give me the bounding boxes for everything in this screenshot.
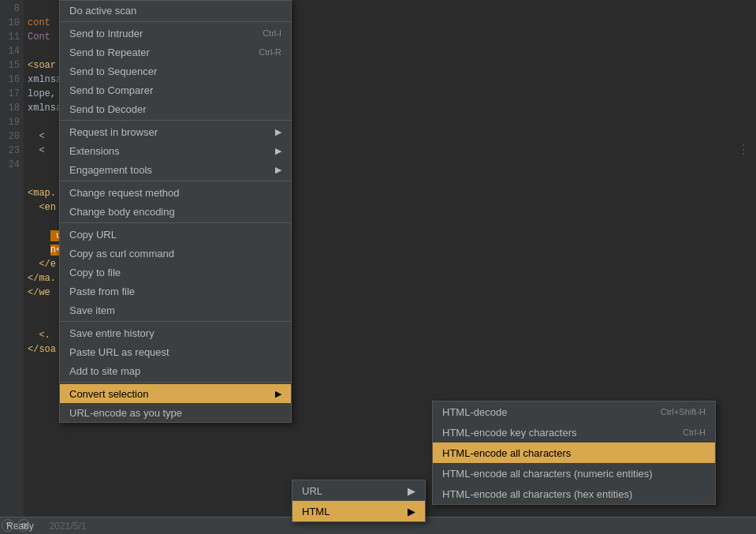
copy-to-file-item[interactable]: Copy to file	[60, 263, 291, 282]
send-to-comparer-label: Send to Comparer	[69, 84, 281, 96]
send-to-intruder-label: Send to Intruder	[69, 28, 247, 39]
convert-submenu: URL ▶ HTML ▶	[292, 480, 426, 522]
scroll-indicator: ⋮	[737, 142, 750, 158]
menu-divider-5	[60, 321, 291, 322]
html-encode-key-label: HTML-encode key characters	[442, 427, 577, 439]
do-active-scan-item[interactable]: Do active scan	[60, 1, 291, 20]
engagement-tools-item[interactable]: Engagement tools ▶	[60, 160, 291, 179]
send-to-repeater-item[interactable]: Send to Repeater Ctrl-R	[60, 43, 291, 62]
html-encode-hex-label: HTML-encode all characters (hex entities…	[442, 488, 632, 500]
menu-divider-6	[60, 382, 291, 383]
change-body-encoding-item[interactable]: Change body encoding	[60, 202, 291, 221]
convert-selection-arrow: ▶	[275, 389, 281, 399]
change-request-method-label: Change request method	[69, 187, 281, 199]
url-encode-as-you-type-label: URL-encode as you type	[69, 407, 281, 419]
url-encode-as-you-type-item[interactable]: URL-encode as you type	[60, 403, 291, 422]
html-decode-shortcut: Ctrl+Shift-H	[661, 407, 706, 416]
save-entire-history-label: Save entire history	[69, 327, 281, 339]
context-menu: Do active scan Send to Intruder Ctrl-I S…	[59, 0, 292, 423]
engagement-tools-arrow: ▶	[275, 165, 281, 175]
send-to-sequencer-item[interactable]: Send to Sequencer	[60, 62, 291, 80]
add-to-site-map-label: Add to site map	[69, 365, 281, 377]
copy-url-item[interactable]: Copy URL	[60, 225, 291, 244]
send-to-intruder-item[interactable]: Send to Intruder Ctrl-I	[60, 24, 291, 43]
html-arrow: ▶	[408, 506, 415, 517]
paste-from-file-label: Paste from file	[69, 286, 281, 297]
copy-to-file-label: Copy to file	[69, 267, 281, 278]
do-active-scan-label: Do active scan	[69, 5, 281, 17]
send-to-intruder-shortcut: Ctrl-I	[263, 28, 281, 38]
save-item-item[interactable]: Save item	[60, 301, 291, 319]
copy-as-curl-item[interactable]: Copy as curl command	[60, 244, 291, 263]
convert-selection-label: Convert selection	[69, 388, 269, 400]
request-in-browser-arrow: ▶	[275, 127, 281, 137]
line-numbers: 8 10 11 14 15 16 17 18 19 20 23 24	[0, 0, 24, 534]
send-to-comparer-item[interactable]: Send to Comparer	[60, 80, 291, 99]
save-entire-history-item[interactable]: Save entire history	[60, 323, 291, 342]
paste-from-file-item[interactable]: Paste from file	[60, 282, 291, 301]
help-icon[interactable]: ?	[2, 519, 14, 532]
send-to-repeater-label: Send to Repeater	[69, 47, 243, 58]
menu-divider-1	[60, 21, 291, 22]
request-in-browser-label: Request in browser	[69, 126, 269, 138]
url-item[interactable]: URL ▶	[292, 480, 425, 501]
html-encode-key-item[interactable]: HTML-encode key characters Ctrl-H	[433, 422, 715, 443]
html-encode-key-shortcut: Ctrl-H	[683, 428, 706, 437]
save-item-label: Save item	[69, 304, 281, 316]
html-decode-label: HTML-decode	[442, 406, 507, 418]
html-encode-numeric-item[interactable]: HTML-encode all characters (numeric enti…	[433, 463, 715, 484]
menu-divider-4	[60, 222, 291, 223]
copy-url-label: Copy URL	[69, 229, 281, 241]
request-in-browser-item[interactable]: Request in browser ▶	[60, 122, 291, 141]
html-submenu: HTML-decode Ctrl+Shift-H HTML-encode key…	[432, 401, 716, 505]
convert-selection-item[interactable]: Convert selection ▶	[60, 384, 291, 403]
html-encode-numeric-label: HTML-encode all characters (numeric enti…	[442, 468, 653, 480]
send-to-decoder-item[interactable]: Send to Decoder	[60, 99, 291, 118]
date-status: 2021/5/1	[50, 521, 87, 532]
send-to-decoder-label: Send to Decoder	[69, 103, 281, 115]
url-arrow: ▶	[408, 485, 415, 497]
change-body-encoding-label: Change body encoding	[69, 206, 281, 218]
extensions-arrow: ▶	[275, 146, 281, 156]
html-label: HTML	[302, 506, 330, 517]
html-encode-all-label: HTML-encode all characters	[442, 447, 571, 459]
menu-divider-3	[60, 181, 291, 181]
copy-as-curl-label: Copy as curl command	[69, 248, 281, 260]
change-request-method-item[interactable]: Change request method	[60, 183, 291, 202]
send-to-sequencer-label: Send to Sequencer	[69, 65, 281, 77]
engagement-tools-label: Engagement tools	[69, 164, 269, 176]
add-to-site-map-item[interactable]: Add to site map	[60, 361, 291, 380]
html-item[interactable]: HTML ▶	[292, 501, 425, 521]
html-decode-item[interactable]: HTML-decode Ctrl+Shift-H	[433, 401, 715, 422]
send-to-repeater-shortcut: Ctrl-R	[259, 47, 281, 57]
html-encode-all-item[interactable]: HTML-encode all characters	[433, 443, 715, 463]
html-encode-hex-item[interactable]: HTML-encode all characters (hex entities…	[433, 484, 715, 504]
settings-icon[interactable]: ⚙	[17, 519, 30, 532]
paste-url-as-request-item[interactable]: Paste URL as request	[60, 342, 291, 361]
paste-url-as-request-label: Paste URL as request	[69, 346, 281, 358]
status-icons: ? ⚙	[2, 519, 30, 532]
menu-divider-2	[60, 120, 291, 121]
extensions-item[interactable]: Extensions ▶	[60, 141, 291, 160]
extensions-label: Extensions	[69, 145, 269, 157]
url-label: URL	[302, 485, 322, 497]
